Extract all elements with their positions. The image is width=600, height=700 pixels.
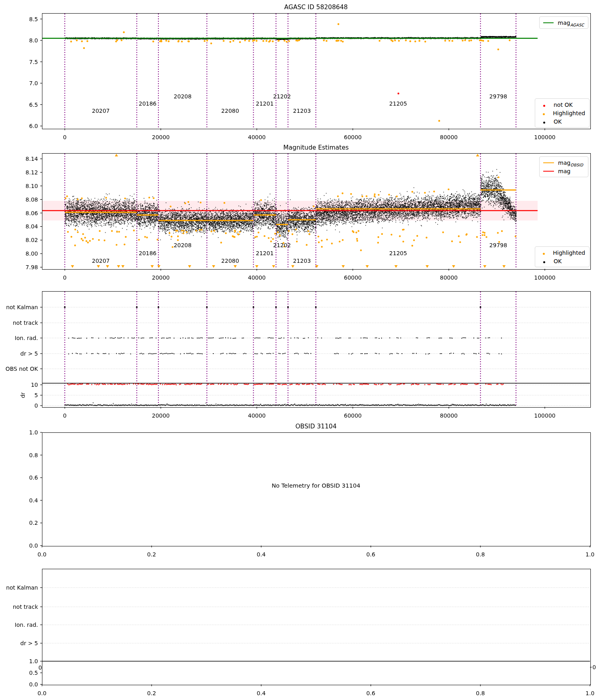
dr-tick-label: 5 [34,392,38,398]
obsid-label: 21201 [256,250,274,256]
x-tick-label: 20000 [152,274,170,281]
obsid-label: 29798 [489,93,507,100]
x-tick-label: 40000 [248,412,266,419]
obsid-label: 21203 [293,258,311,264]
y-tick-label: 8.14 [26,156,38,162]
y-tick-label: 6.0 [29,123,38,129]
obsid-label: 21202 [273,93,291,100]
x-tick-label: 80000 [440,274,458,281]
y-tick-label: 8.10 [26,183,38,189]
obsid-label: 20207 [92,258,110,264]
obsid-label: 21202 [273,242,291,248]
obsid-label: 29798 [489,242,507,248]
y-tick-label: 7.5 [29,59,38,65]
plot1-line-legend: magAGASC [539,16,588,29]
obsid-label: 20186 [139,100,157,107]
plot2-scatter-legend: HighlightedOK [535,246,590,267]
legend-label: magOBSID [558,160,583,166]
x-tick-label: 20000 [152,412,170,419]
dr-tick-label: 0 [34,402,38,409]
y-tick-label: 8.0 [29,37,38,44]
legend-line-swatch [543,22,554,23]
x-tick-label: 0.2 [147,551,156,558]
y-tick-label: 0.0 [29,542,38,549]
legend-item: not OK [539,100,585,109]
legend-item: magAGASC [543,18,584,27]
legend-item: OK [539,117,585,126]
legend-label: OK [554,258,562,264]
x-tick-label: 0 [63,274,67,281]
legend-dot-swatch [543,253,545,255]
flag-category-label: not track [13,320,38,326]
flag-category-label: not Kalman [6,304,38,310]
x-tick-label: 0.6 [366,551,375,558]
obsid-label: 20207 [92,108,110,114]
legend-item: Highlighted [539,109,585,117]
x-tick-label: 0.0 [38,551,46,558]
legend-label: OK [554,118,562,125]
flag-category-label: not track [13,604,38,610]
dr-tick-label: 0.0 [29,681,38,688]
flag-category-label: dr > 5 [20,640,38,646]
plot2-line-legend: magOBSIDmag [539,156,588,177]
legend-item: mag [543,167,584,175]
plot1-title: AGASC ID 58208648 [42,4,590,11]
legend-dot-swatch [543,122,545,124]
flag-category-label: Ion. rad. [15,622,38,628]
x-tick-label: 0 [63,412,67,419]
x-tick-label: 60000 [344,412,362,419]
x-tick-label: 20000 [152,134,170,140]
legend-item: OK [539,257,585,265]
dr-tick-label: 1.0 [29,658,38,664]
x-tick-label: 80000 [440,412,458,419]
legend-label: Highlighted [553,110,585,116]
flag-category-label: Ion. rad. [15,335,38,341]
y-tick-label: 7.98 [26,264,38,270]
legend-item: Highlighted [539,248,585,257]
x-tick-label: 0.6 [366,690,375,696]
x-tick-label: 40000 [248,274,266,281]
y-tick-label: 0.8 [29,452,38,458]
x-tick-label: 60000 [344,134,362,140]
x-tick-label: 0.4 [257,690,266,696]
y-tick-label: 0.6 [29,474,38,481]
legend-dot-swatch [543,261,545,263]
plot-canvas [0,0,600,700]
legend-item: magOBSID [543,158,584,167]
y-tick-label: 8.00 [26,250,38,257]
legend-line-swatch [543,171,554,172]
legend-line-swatch [543,162,554,163]
y-tick-label: 1.0 [29,429,38,436]
dr-axis-label: dr [20,392,26,398]
no-telemetry-note: No Telemetry for OBSID 31104 [42,482,590,489]
obsid-label: 21201 [256,100,274,107]
flag-category-label: dr > 5 [20,350,38,357]
plot2-title: Magnitude Estimates [42,144,590,151]
obsid-label: 22080 [221,258,239,264]
obsid-label: 21203 [293,108,311,114]
legend-dot-swatch [543,113,545,115]
flag-category-label: not Kalman [6,584,38,591]
x-tick-label: 0 [63,134,67,140]
y-tick-label: 8.5 [29,16,38,22]
obsid-label: 21205 [389,100,407,107]
x-tick-label: 0.8 [476,690,485,696]
x-tick-label: 100000 [534,134,555,140]
x-tick-label: 40000 [248,134,266,140]
plot4-title: OBSID 31104 [42,423,590,430]
legend-dot-swatch [543,105,545,107]
x-tick-label: 100000 [534,274,555,281]
left-zero-label: 0 [38,664,42,671]
legend-label: not OK [554,102,573,108]
y-tick-label: 8.06 [26,210,38,216]
obsid-label: 20208 [174,93,192,100]
obsid-label: 20208 [174,242,192,248]
legend-label: magAGASC [558,20,584,26]
legend-label: mag [558,168,570,174]
y-tick-label: 0.4 [29,497,38,504]
dr-tick-label: 0.5 [29,670,38,676]
legend-label: Highlighted [553,250,585,256]
figure: AGASC ID 58208648 Magnitude Estimates OB… [0,0,600,700]
flag-category-label: OBS not OK [6,366,38,372]
x-tick-label: 1.0 [586,690,594,696]
